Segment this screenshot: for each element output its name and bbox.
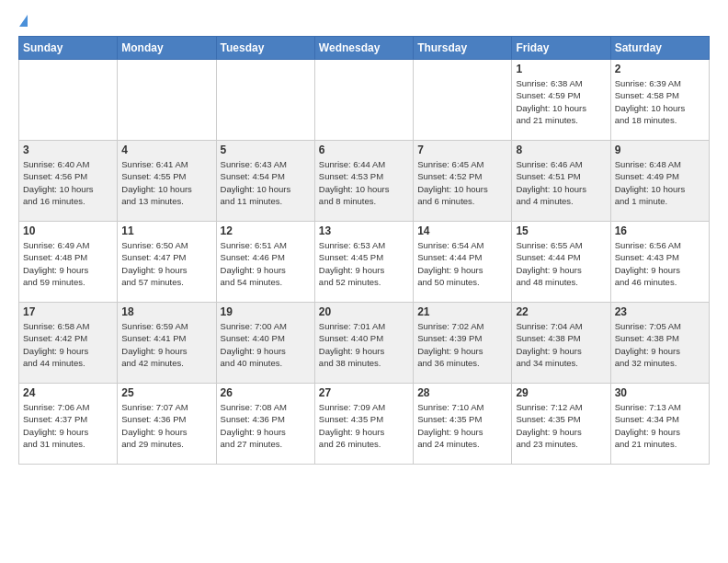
day-info: Sunrise: 7:02 AM Sunset: 4:39 PM Dayligh… [417,320,507,369]
day-number: 9 [615,144,705,156]
day-number: 23 [615,305,705,318]
day-info: Sunrise: 6:51 AM Sunset: 4:46 PM Dayligh… [221,239,311,288]
day-number: 17 [23,305,113,318]
calendar-table: SundayMondayTuesdayWednesdayThursdayFrid… [18,36,710,465]
calendar-week-row: 17Sunrise: 6:58 AM Sunset: 4:42 PM Dayli… [19,303,710,384]
day-info: Sunrise: 7:08 AM Sunset: 4:36 PM Dayligh… [221,401,311,450]
calendar-week-row: 3Sunrise: 6:40 AM Sunset: 4:56 PM Daylig… [19,141,710,222]
day-number: 24 [23,386,113,399]
day-number: 5 [221,144,311,156]
calendar-day-cell [19,60,118,141]
day-info: Sunrise: 6:56 AM Sunset: 4:43 PM Dayligh… [615,239,705,288]
header-row: SundayMondayTuesdayWednesdayThursdayFrid… [19,37,710,60]
calendar-day-cell [314,60,413,141]
calendar-header: SundayMondayTuesdayWednesdayThursdayFrid… [19,37,710,60]
day-info: Sunrise: 6:44 AM Sunset: 4:53 PM Dayligh… [319,158,409,207]
logo-triangle-icon [19,15,28,27]
calendar-day-cell: 30Sunrise: 7:13 AM Sunset: 4:34 PM Dayli… [610,384,709,465]
day-number: 26 [221,386,311,399]
calendar-day-cell: 23Sunrise: 7:05 AM Sunset: 4:38 PM Dayli… [610,303,709,384]
calendar-day-cell: 20Sunrise: 7:01 AM Sunset: 4:40 PM Dayli… [314,303,413,384]
calendar-day-cell: 18Sunrise: 6:59 AM Sunset: 4:41 PM Dayli… [118,303,216,384]
calendar-day-cell: 15Sunrise: 6:55 AM Sunset: 4:44 PM Dayli… [512,222,610,303]
calendar-week-row: 24Sunrise: 7:06 AM Sunset: 4:37 PM Dayli… [19,384,710,465]
day-info: Sunrise: 6:41 AM Sunset: 4:55 PM Dayligh… [121,158,211,207]
calendar-day-cell: 26Sunrise: 7:08 AM Sunset: 4:36 PM Dayli… [216,384,314,465]
day-number: 29 [516,386,606,399]
day-info: Sunrise: 6:39 AM Sunset: 4:58 PM Dayligh… [615,77,705,126]
calendar-day-cell: 2Sunrise: 6:39 AM Sunset: 4:58 PM Daylig… [610,60,709,141]
calendar-day-cell: 8Sunrise: 6:46 AM Sunset: 4:51 PM Daylig… [512,141,610,222]
calendar-day-cell: 29Sunrise: 7:12 AM Sunset: 4:35 PM Dayli… [512,384,610,465]
calendar-day-cell: 9Sunrise: 6:48 AM Sunset: 4:49 PM Daylig… [610,141,709,222]
weekday-header: Tuesday [216,37,314,60]
day-info: Sunrise: 7:13 AM Sunset: 4:34 PM Dayligh… [615,401,705,450]
calendar-day-cell: 21Sunrise: 7:02 AM Sunset: 4:39 PM Dayli… [414,303,512,384]
logo [18,15,28,29]
day-number: 7 [417,144,507,156]
calendar-day-cell: 16Sunrise: 6:56 AM Sunset: 4:43 PM Dayli… [610,222,709,303]
calendar-day-cell: 13Sunrise: 6:53 AM Sunset: 4:45 PM Dayli… [314,222,413,303]
day-info: Sunrise: 7:12 AM Sunset: 4:35 PM Dayligh… [516,401,606,450]
calendar-day-cell [216,60,314,141]
day-info: Sunrise: 6:38 AM Sunset: 4:59 PM Dayligh… [516,77,606,126]
day-number: 28 [417,386,507,399]
calendar-day-cell: 12Sunrise: 6:51 AM Sunset: 4:46 PM Dayli… [216,222,314,303]
page: SundayMondayTuesdayWednesdayThursdayFrid… [0,0,728,483]
day-info: Sunrise: 6:40 AM Sunset: 4:56 PM Dayligh… [23,158,113,207]
weekday-header: Sunday [19,37,118,60]
calendar-day-cell [118,60,216,141]
day-info: Sunrise: 6:48 AM Sunset: 4:49 PM Dayligh… [615,158,705,207]
day-info: Sunrise: 6:45 AM Sunset: 4:52 PM Dayligh… [417,158,507,207]
day-info: Sunrise: 6:43 AM Sunset: 4:54 PM Dayligh… [221,158,311,207]
calendar-day-cell: 3Sunrise: 6:40 AM Sunset: 4:56 PM Daylig… [19,141,118,222]
weekday-header: Monday [118,37,216,60]
calendar-day-cell: 25Sunrise: 7:07 AM Sunset: 4:36 PM Dayli… [118,384,216,465]
day-number: 12 [221,224,311,237]
day-info: Sunrise: 6:46 AM Sunset: 4:51 PM Dayligh… [516,158,606,207]
day-info: Sunrise: 6:50 AM Sunset: 4:47 PM Dayligh… [121,239,211,288]
calendar-day-cell: 28Sunrise: 7:10 AM Sunset: 4:35 PM Dayli… [414,384,512,465]
day-info: Sunrise: 7:07 AM Sunset: 4:36 PM Dayligh… [121,401,211,450]
day-number: 1 [516,63,606,75]
calendar-body: 1Sunrise: 6:38 AM Sunset: 4:59 PM Daylig… [19,60,710,465]
calendar-day-cell: 4Sunrise: 6:41 AM Sunset: 4:55 PM Daylig… [118,141,216,222]
calendar-day-cell: 17Sunrise: 6:58 AM Sunset: 4:42 PM Dayli… [19,303,118,384]
calendar-day-cell: 11Sunrise: 6:50 AM Sunset: 4:47 PM Dayli… [118,222,216,303]
day-number: 30 [615,386,705,399]
calendar-day-cell: 1Sunrise: 6:38 AM Sunset: 4:59 PM Daylig… [512,60,610,141]
day-info: Sunrise: 7:05 AM Sunset: 4:38 PM Dayligh… [615,320,705,369]
weekday-header: Friday [512,37,610,60]
day-number: 14 [417,224,507,237]
day-info: Sunrise: 7:06 AM Sunset: 4:37 PM Dayligh… [23,401,113,450]
weekday-header: Saturday [610,37,709,60]
day-number: 21 [417,305,507,318]
day-number: 4 [121,144,211,156]
day-number: 22 [516,305,606,318]
day-number: 3 [23,144,113,156]
day-number: 6 [319,144,409,156]
day-info: Sunrise: 7:01 AM Sunset: 4:40 PM Dayligh… [319,320,409,369]
header [18,15,710,29]
day-info: Sunrise: 7:04 AM Sunset: 4:38 PM Dayligh… [516,320,606,369]
day-number: 18 [121,305,211,318]
calendar-week-row: 10Sunrise: 6:49 AM Sunset: 4:48 PM Dayli… [19,222,710,303]
calendar-day-cell: 27Sunrise: 7:09 AM Sunset: 4:35 PM Dayli… [314,384,413,465]
day-number: 27 [319,386,409,399]
calendar-day-cell: 7Sunrise: 6:45 AM Sunset: 4:52 PM Daylig… [414,141,512,222]
day-info: Sunrise: 6:58 AM Sunset: 4:42 PM Dayligh… [23,320,113,369]
calendar-day-cell: 14Sunrise: 6:54 AM Sunset: 4:44 PM Dayli… [414,222,512,303]
calendar-day-cell: 6Sunrise: 6:44 AM Sunset: 4:53 PM Daylig… [314,141,413,222]
day-info: Sunrise: 6:59 AM Sunset: 4:41 PM Dayligh… [121,320,211,369]
day-info: Sunrise: 7:09 AM Sunset: 4:35 PM Dayligh… [319,401,409,450]
calendar-day-cell: 22Sunrise: 7:04 AM Sunset: 4:38 PM Dayli… [512,303,610,384]
calendar-week-row: 1Sunrise: 6:38 AM Sunset: 4:59 PM Daylig… [19,60,710,141]
day-info: Sunrise: 6:53 AM Sunset: 4:45 PM Dayligh… [319,239,409,288]
day-number: 15 [516,224,606,237]
day-info: Sunrise: 6:55 AM Sunset: 4:44 PM Dayligh… [516,239,606,288]
calendar-day-cell: 24Sunrise: 7:06 AM Sunset: 4:37 PM Dayli… [19,384,118,465]
day-info: Sunrise: 7:10 AM Sunset: 4:35 PM Dayligh… [417,401,507,450]
day-number: 8 [516,144,606,156]
day-number: 20 [319,305,409,318]
day-number: 2 [615,63,705,75]
